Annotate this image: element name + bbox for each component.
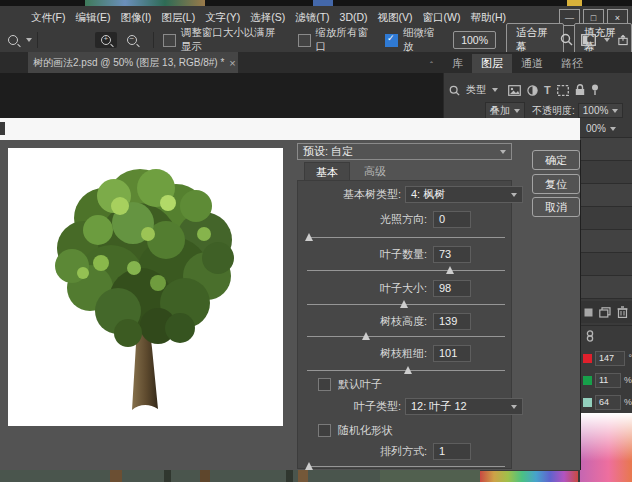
share-icon[interactable] xyxy=(618,34,628,46)
adjustment-filter-icon[interactable] xyxy=(527,85,538,96)
menu-item[interactable]: 编辑(E) xyxy=(70,6,115,28)
panel-tab-paths[interactable]: 路径 xyxy=(552,54,592,73)
menu-item[interactable]: 3D(D) xyxy=(335,6,373,28)
color-value-input[interactable]: 11 xyxy=(595,373,621,388)
panel-tab-libraries[interactable]: 库 xyxy=(443,54,472,73)
type-filter-icon[interactable]: T xyxy=(544,84,551,96)
menu-item[interactable]: 图像(I) xyxy=(115,6,156,28)
menu-item[interactable]: 文字(Y) xyxy=(200,6,245,28)
workspace-chevron-icon[interactable] xyxy=(604,38,610,42)
color-picker-field[interactable] xyxy=(580,413,632,482)
tab-basic[interactable]: 基本 xyxy=(304,162,350,180)
slider-thumb[interactable] xyxy=(305,233,313,241)
layer-row[interactable] xyxy=(580,207,632,230)
zoom-percent-input[interactable]: 100% xyxy=(453,31,496,49)
slider-track xyxy=(307,237,505,238)
menu-item[interactable]: 视图(V) xyxy=(373,6,418,28)
color-panel-tab[interactable] xyxy=(580,325,632,345)
menu-item[interactable]: 窗口(W) xyxy=(418,6,466,28)
slider-thumb[interactable] xyxy=(305,462,313,470)
randomize-shape-option[interactable]: 随机化形状 xyxy=(318,424,393,437)
fill-chevron-icon xyxy=(610,127,616,131)
slider-thumb[interactable] xyxy=(404,366,412,374)
layer-row[interactable] xyxy=(580,138,632,161)
pixel-filter-icon[interactable] xyxy=(508,85,521,96)
slider-thumb[interactable] xyxy=(446,266,454,274)
branch-height-slider[interactable] xyxy=(307,332,505,341)
cancel-button[interactable]: 取消 xyxy=(532,197,580,217)
arrangement-slider[interactable] xyxy=(307,462,505,471)
leaf-size-slider[interactable] xyxy=(307,300,505,309)
trash-icon[interactable] xyxy=(617,306,628,318)
shape-filter-icon[interactable] xyxy=(557,85,569,96)
layer-row[interactable] xyxy=(580,230,632,253)
light-direction-slider[interactable] xyxy=(307,233,505,242)
light-direction-input[interactable]: 0 xyxy=(433,211,471,228)
opacity-select[interactable]: 100% xyxy=(578,103,624,118)
document-tab-close-icon[interactable]: × xyxy=(229,57,235,69)
leaf-size-input[interactable]: 98 xyxy=(433,280,471,297)
document-tab[interactable]: 树的画法2.psd @ 50% (图层 13, RGB/8#) * × xyxy=(28,52,238,73)
resize-window-checkbox[interactable] xyxy=(163,34,176,47)
menu-item[interactable]: 文件(F) xyxy=(26,6,70,28)
slider-thumb[interactable] xyxy=(400,300,408,308)
tab-bar: 树的画法2.psd @ 50% (图层 13, RGB/8#) * × ˆ 库 … xyxy=(0,52,632,73)
scrubby-zoom-checkbox[interactable] xyxy=(385,34,398,47)
search-icon[interactable] xyxy=(449,85,460,96)
branch-thickness-slider[interactable] xyxy=(307,366,505,375)
randomize-shape-checkbox[interactable] xyxy=(318,424,331,437)
zoom-tool-icon[interactable] xyxy=(2,32,24,48)
workspace-icon[interactable] xyxy=(581,34,596,46)
zoom-all-checkbox[interactable] xyxy=(298,34,311,47)
panel-tab-layers[interactable]: 图层 xyxy=(472,54,512,73)
fill-value[interactable]: 00% xyxy=(586,123,606,134)
branch-height-input[interactable]: 139 xyxy=(433,313,471,330)
zoom-out-button[interactable]: − xyxy=(121,32,143,48)
new-layer-icon[interactable] xyxy=(599,307,611,318)
menu-item[interactable]: 滤镜(T) xyxy=(290,6,334,28)
color-value-input[interactable]: 64 xyxy=(595,395,621,410)
tool-preset-chevron-icon[interactable] xyxy=(26,38,32,42)
tree-type-select[interactable]: 4: 枫树 xyxy=(405,186,523,203)
color-unit: % xyxy=(624,375,632,385)
tab-advanced[interactable]: 高级 xyxy=(352,162,398,180)
layer-row[interactable] xyxy=(580,253,632,276)
collapse-panels-icon[interactable]: ˆ xyxy=(430,60,433,70)
default-leaves-option[interactable]: 默认叶子 xyxy=(318,378,382,391)
filter-type-chevron-icon[interactable] xyxy=(492,88,498,92)
dialog-title-bar[interactable] xyxy=(0,118,580,141)
leaf-amount-slider[interactable] xyxy=(307,266,505,275)
fx-style-icon[interactable] xyxy=(584,308,593,317)
zoom-in-button[interactable]: + xyxy=(95,32,117,48)
zoom-all-option[interactable]: 缩放所有窗口 xyxy=(298,26,371,54)
color-unit: ° xyxy=(628,353,632,363)
blend-mode-select[interactable]: 叠加 xyxy=(485,102,525,120)
menu-item[interactable]: 选择(S) xyxy=(245,6,290,28)
menu-item[interactable]: 帮助(H) xyxy=(466,6,512,28)
default-leaves-checkbox[interactable] xyxy=(318,378,331,391)
smart-object-filter-icon[interactable] xyxy=(575,84,585,96)
panel-tab-channels[interactable]: 通道 xyxy=(512,54,552,73)
reset-button[interactable]: 复位 xyxy=(532,174,580,194)
leaf-type-select[interactable]: 12: 叶子 12 xyxy=(405,398,523,415)
layer-row[interactable] xyxy=(580,276,632,299)
resize-window-option[interactable]: 调整窗口大小以满屏显示 xyxy=(163,26,284,54)
field-leaf-type: 叶子类型: 12: 叶子 12 xyxy=(297,398,512,415)
search-icon[interactable] xyxy=(560,33,573,46)
opacity-value: 100% xyxy=(583,105,609,116)
layer-row[interactable] xyxy=(580,184,632,207)
layer-row[interactable] xyxy=(580,161,632,184)
color-value-input[interactable]: 147 xyxy=(595,351,625,366)
menu-item[interactable]: 图层(L) xyxy=(156,6,200,28)
pin-icon[interactable] xyxy=(591,84,599,96)
slider-thumb[interactable] xyxy=(362,332,370,340)
preset-select[interactable]: 预设: 自定 xyxy=(297,143,512,160)
arrangement-input[interactable]: 1 xyxy=(433,443,471,460)
scrubby-zoom-option[interactable]: 细微缩放 xyxy=(385,26,439,54)
color-slider-row: 11% xyxy=(580,369,632,391)
branch-thickness-input[interactable]: 101 xyxy=(433,345,471,362)
leaf-amount-input[interactable]: 73 xyxy=(433,246,471,263)
hue-strip[interactable] xyxy=(480,471,578,482)
ok-button[interactable]: 确定 xyxy=(532,150,580,170)
preset-chevron-icon xyxy=(500,150,506,154)
